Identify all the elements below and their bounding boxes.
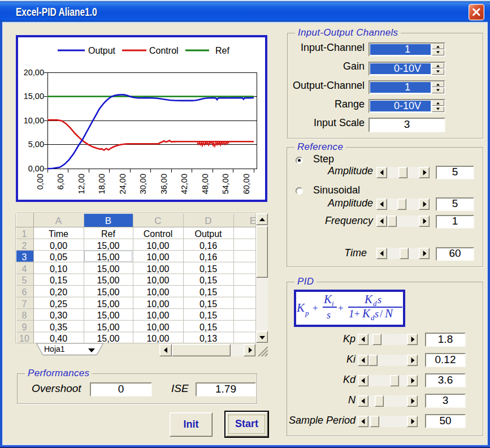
svg-text:15,00: 15,00 [97, 334, 119, 343]
svg-text:12,00: 12,00 [77, 174, 86, 194]
svg-text:10,00: 10,00 [24, 116, 44, 125]
svg-text:/: / [380, 308, 383, 320]
svg-text:10,00: 10,00 [146, 241, 169, 251]
svg-text:+: + [338, 303, 344, 313]
svg-text:d: d [373, 299, 377, 308]
svg-text:0,15: 0,15 [200, 322, 217, 332]
svg-text:K: K [323, 292, 332, 306]
svg-text:0,15: 0,15 [200, 287, 217, 297]
svg-text:E: E [250, 216, 256, 226]
svg-text:1: 1 [22, 229, 27, 239]
svg-text:s: s [327, 309, 331, 321]
svg-text:0,15: 0,15 [50, 275, 67, 285]
svg-text:8: 8 [22, 311, 27, 320]
svg-text:+: + [354, 308, 360, 319]
svg-text:0,40: 0,40 [50, 334, 67, 343]
svg-text:0,30: 0,30 [50, 311, 67, 320]
svg-text:Ref: Ref [215, 46, 229, 55]
svg-text:15,00: 15,00 [97, 322, 119, 332]
svg-text:0,16: 0,16 [200, 241, 217, 251]
svg-text:d: d [371, 313, 375, 322]
svg-text:Ref: Ref [101, 229, 115, 239]
svg-text:15,00: 15,00 [97, 275, 119, 285]
svg-text:6,00: 6,00 [56, 174, 65, 189]
svg-text:15,00: 15,00 [97, 299, 119, 309]
svg-text:10,00: 10,00 [146, 287, 169, 297]
svg-text:10,00: 10,00 [146, 334, 169, 343]
svg-text:42,00: 42,00 [180, 174, 189, 194]
svg-text:A: A [55, 216, 62, 226]
svg-text:15,00: 15,00 [97, 252, 119, 262]
svg-text:0,15: 0,15 [200, 264, 217, 274]
svg-text:10,00: 10,00 [146, 264, 169, 274]
svg-text:K: K [362, 307, 371, 320]
svg-text:0,00: 0,00 [50, 241, 67, 251]
svg-text:10,00: 10,00 [146, 322, 169, 332]
svg-text:0,16: 0,16 [200, 252, 217, 262]
svg-text:0,10: 0,10 [50, 264, 67, 274]
svg-text:6: 6 [22, 287, 27, 297]
svg-text:Control: Control [149, 46, 179, 55]
svg-text:10,00: 10,00 [146, 252, 169, 262]
svg-text:15,00: 15,00 [97, 311, 119, 320]
svg-text:4: 4 [22, 264, 27, 274]
svg-text:0,15: 0,15 [200, 311, 217, 320]
svg-text:5,00: 5,00 [28, 140, 44, 149]
svg-text:36,00: 36,00 [159, 174, 168, 194]
svg-text:0,25: 0,25 [50, 299, 67, 309]
svg-text:2: 2 [22, 241, 27, 251]
svg-text:10,00: 10,00 [146, 275, 169, 285]
svg-text:0,15: 0,15 [200, 299, 217, 309]
svg-text:7: 7 [22, 299, 27, 309]
svg-text:C: C [154, 216, 161, 226]
svg-text:K: K [364, 292, 373, 306]
svg-text:0,00: 0,00 [36, 174, 45, 189]
svg-text:B: B [105, 216, 111, 226]
svg-text:0,15: 0,15 [200, 275, 217, 285]
svg-text:15,00: 15,00 [24, 92, 44, 101]
svg-text:18,00: 18,00 [97, 174, 106, 194]
svg-text:15,00: 15,00 [97, 287, 119, 297]
svg-text:K: K [296, 301, 305, 315]
svg-text:Control: Control [144, 229, 173, 239]
svg-text:0,00: 0,00 [28, 164, 44, 173]
svg-text:Output: Output [194, 229, 222, 239]
svg-text:15,00: 15,00 [97, 241, 119, 251]
svg-text:i: i [332, 299, 334, 308]
svg-text:0,35: 0,35 [50, 322, 67, 332]
svg-text:24,00: 24,00 [118, 174, 127, 194]
svg-text:Time: Time [49, 229, 68, 239]
svg-text:0,13: 0,13 [200, 334, 217, 343]
svg-text:10: 10 [19, 334, 29, 343]
svg-text:Output: Output [88, 46, 116, 55]
svg-text:15,00: 15,00 [97, 264, 119, 274]
svg-text:s: s [375, 308, 379, 320]
svg-text:1: 1 [349, 308, 354, 320]
svg-text:48,00: 48,00 [201, 174, 210, 194]
svg-text:+: + [313, 303, 318, 313]
svg-text:D: D [205, 216, 211, 226]
svg-text:30,00: 30,00 [138, 174, 148, 194]
svg-text:p: p [305, 309, 309, 317]
svg-text:10,00: 10,00 [146, 311, 169, 320]
svg-text:5: 5 [22, 275, 27, 285]
svg-text:0,20: 0,20 [50, 287, 67, 297]
svg-text:10,00: 10,00 [146, 299, 169, 309]
svg-text:9: 9 [22, 322, 27, 332]
svg-text:20,00: 20,00 [24, 68, 44, 77]
svg-text:54,00: 54,00 [221, 174, 230, 194]
svg-text:60,00: 60,00 [242, 174, 251, 194]
svg-text:s: s [378, 294, 381, 305]
svg-text:3: 3 [22, 252, 27, 262]
svg-text:N: N [384, 307, 393, 320]
svg-text:0,05: 0,05 [50, 252, 67, 262]
